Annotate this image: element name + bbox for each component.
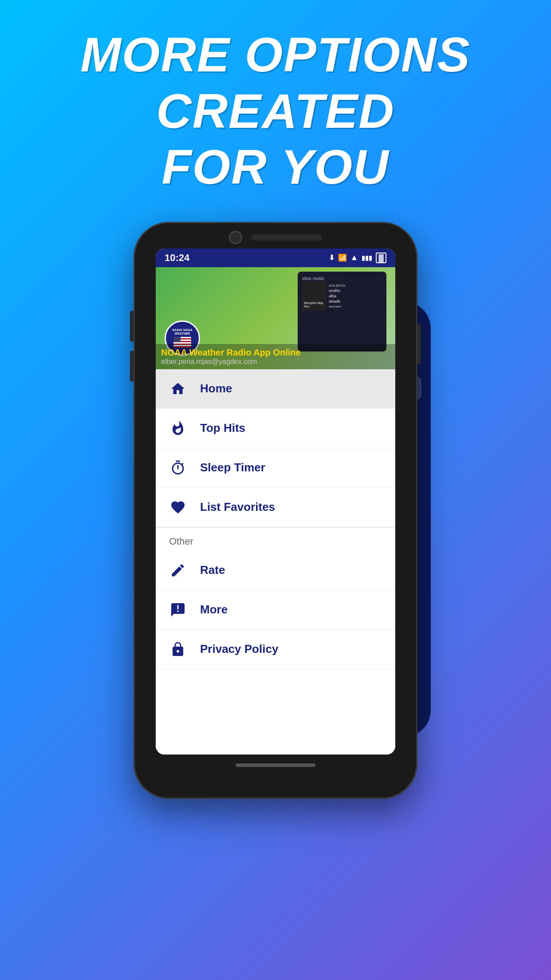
nav-more-label: More [200,603,228,616]
navigation-drawer: Home Top Hits [156,369,395,755]
battery-icon: ▓ [376,253,386,263]
volume-down-button[interactable] [130,351,134,382]
status-icons: ⬇ 📶 ▲ ▮▮▮ ▓ [329,253,387,263]
nav-list-favorites-label: List Favorites [200,500,275,514]
clock: 10:24 [165,252,189,264]
nav-item-list-favorites[interactable]: List Favorites [156,488,395,527]
lock-icon [169,640,187,658]
nav-home-label: Home [200,382,232,395]
fire-icon [169,419,187,437]
front-camera [229,231,242,244]
phone-mockup: USA IO STATIONS [134,222,417,799]
more-icon [169,601,187,619]
nav-top-hits-label: Top Hits [200,421,245,435]
rate-icon [169,561,187,579]
nav-item-privacy-policy[interactable]: Privacy Policy [156,630,395,669]
nav-item-more[interactable]: More [156,590,395,630]
timer-icon [169,459,187,477]
earpiece-speaker [251,234,322,241]
app-title-banner: NOAA Weather Radio App Online [161,348,390,358]
volume-up-button[interactable] [130,311,134,342]
nav-item-top-hits[interactable]: Top Hits [156,409,395,448]
nav-item-home[interactable]: Home [156,369,395,409]
nav-item-rate[interactable]: Rate [156,551,395,590]
other-section-header: Other [156,528,395,551]
wifi-icon: ▲ [350,253,358,262]
heart-icon [169,498,187,516]
phone-screen: 10:24 ⬇ 📶 ▲ ▮▮▮ ▓ xbox music Memphis May… [156,249,395,755]
phone-top-bar [134,222,417,244]
nav-rate-label: Rate [200,563,225,577]
sim-icon: 📶 [338,253,347,262]
download-icon: ⬇ [329,253,335,262]
status-bar: 10:24 ⬇ 📶 ▲ ▮▮▮ ▓ [156,249,395,267]
banner-image: xbox music Memphis May Fire KOLEKCE uměl… [156,267,395,369]
hero-title: MORE OPTIONS CREATED FOR YOU [0,27,551,195]
phone-bottom [134,755,417,780]
xbox-card: xbox music Memphis May Fire KOLEKCE uměl… [298,272,386,352]
nav-item-sleep-timer[interactable]: Sleep Timer [156,448,395,488]
power-button[interactable] [417,324,421,364]
home-indicator[interactable] [236,763,315,767]
nav-sleep-timer-label: Sleep Timer [200,461,265,474]
nav-privacy-policy-label: Privacy Policy [200,642,278,656]
user-email: elber.pena.rojas@yagdex.com [161,358,390,366]
signal-icon: ▮▮▮ [362,254,372,261]
home-icon [169,380,187,398]
